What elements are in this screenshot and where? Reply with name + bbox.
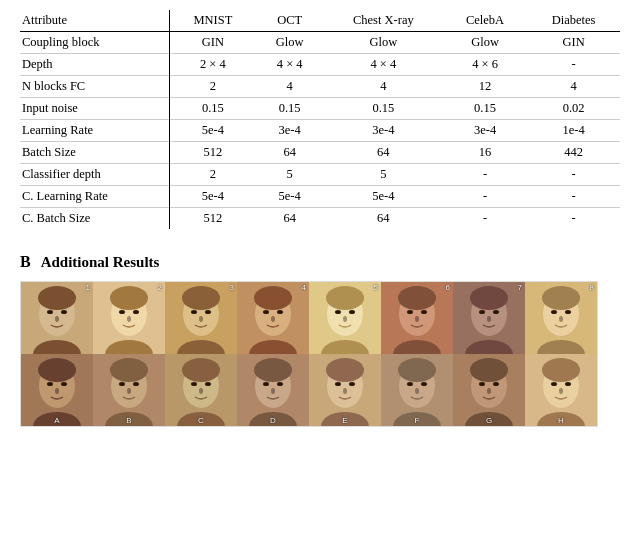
table-cell: 3e-4: [324, 120, 443, 142]
table-cell: -: [527, 208, 620, 230]
table-cell: 442: [527, 142, 620, 164]
svg-point-87: [335, 382, 341, 386]
image-row: ABCDEFGH: [21, 354, 597, 426]
table-cell: Input noise: [20, 98, 170, 120]
table-cell: Classifier depth: [20, 164, 170, 186]
image-grid: 12345678ABCDEFGH: [20, 281, 598, 427]
image-row: 12345678: [21, 282, 597, 354]
face-image-cell: G: [453, 354, 525, 426]
svg-point-25: [277, 310, 283, 314]
svg-point-10: [119, 310, 125, 314]
svg-point-17: [191, 310, 197, 314]
face-image-cell: B: [93, 354, 165, 426]
table-cell: 2 × 4: [170, 54, 256, 76]
col-header-oct: OCT: [256, 10, 324, 32]
svg-point-60: [61, 382, 67, 386]
table-cell: -: [443, 186, 527, 208]
svg-point-26: [271, 316, 275, 322]
table-cell: 2: [170, 164, 256, 186]
table-cell: Glow: [324, 32, 443, 54]
face-image-cell: 2: [93, 282, 165, 354]
svg-point-16: [182, 286, 220, 310]
table-cell: 512: [170, 208, 256, 230]
table-cell: Coupling block: [20, 32, 170, 54]
table-cell: 64: [324, 142, 443, 164]
col-header-celeba: CelebA: [443, 10, 527, 32]
svg-point-39: [421, 310, 427, 314]
column-label: 2: [158, 283, 162, 292]
table-cell: Batch Size: [20, 142, 170, 164]
table-cell: GIN: [527, 32, 620, 54]
svg-point-24: [263, 310, 269, 314]
svg-point-61: [55, 388, 59, 394]
face-image-cell: H: [525, 354, 597, 426]
svg-point-38: [407, 310, 413, 314]
face-image-cell: 7: [453, 282, 525, 354]
column-label: 6: [446, 283, 450, 292]
svg-point-80: [263, 382, 269, 386]
svg-point-19: [199, 316, 203, 322]
svg-point-94: [407, 382, 413, 386]
table-cell: 5e-4: [256, 186, 324, 208]
svg-point-103: [487, 388, 491, 394]
table-cell: C. Learning Rate: [20, 186, 170, 208]
table-cell: GIN: [170, 32, 256, 54]
table-row: Learning Rate5e-43e-43e-43e-41e-4: [20, 120, 620, 142]
col-header-mnist: MNIST: [170, 10, 256, 32]
row-label: A: [54, 416, 59, 425]
table-cell: C. Batch Size: [20, 208, 170, 230]
table-cell: 1e-4: [527, 120, 620, 142]
svg-point-95: [421, 382, 427, 386]
section-letter: B: [20, 253, 31, 271]
column-label: 3: [230, 283, 234, 292]
row-label: G: [486, 416, 492, 425]
table-cell: N blocks FC: [20, 76, 170, 98]
row-label: D: [270, 416, 276, 425]
svg-point-51: [542, 286, 580, 310]
svg-point-82: [271, 388, 275, 394]
section-b: B Additional Results 12345678ABCDEFGH: [20, 253, 620, 427]
col-header-chest: Chest X-ray: [324, 10, 443, 32]
table-cell: 64: [256, 208, 324, 230]
table-row: C. Batch Size5126464--: [20, 208, 620, 230]
svg-point-68: [127, 388, 131, 394]
table-cell: 5e-4: [170, 120, 256, 142]
table-cell: 5: [324, 164, 443, 186]
table-cell: -: [443, 208, 527, 230]
col-header-attribute: Attribute: [20, 10, 170, 32]
svg-point-46: [493, 310, 499, 314]
row-label: E: [342, 416, 347, 425]
svg-point-54: [559, 316, 563, 322]
face-image-cell: 4: [237, 282, 309, 354]
svg-point-101: [479, 382, 485, 386]
table-cell: 5e-4: [170, 186, 256, 208]
face-image-cell: 3: [165, 282, 237, 354]
svg-point-65: [110, 358, 148, 382]
column-label: 1: [86, 283, 90, 292]
face-image-cell: 5: [309, 282, 381, 354]
svg-point-37: [398, 286, 436, 310]
table-cell: 4: [256, 76, 324, 98]
table-cell: Learning Rate: [20, 120, 170, 142]
svg-point-89: [343, 388, 347, 394]
svg-point-74: [205, 382, 211, 386]
svg-point-53: [565, 310, 571, 314]
table-cell: 4: [527, 76, 620, 98]
table-row: N blocks FC244124: [20, 76, 620, 98]
table-cell: 3e-4: [256, 120, 324, 142]
svg-point-110: [559, 388, 563, 394]
table-row: C. Learning Rate5e-45e-45e-4--: [20, 186, 620, 208]
table-cell: 4 × 4: [256, 54, 324, 76]
section-title: B Additional Results: [20, 253, 620, 271]
row-label: C: [198, 416, 204, 425]
svg-point-2: [38, 286, 76, 310]
svg-point-79: [254, 358, 292, 382]
table-row: Input noise0.150.150.150.150.02: [20, 98, 620, 120]
table-cell: 64: [256, 142, 324, 164]
svg-point-73: [191, 382, 197, 386]
table-cell: 12: [443, 76, 527, 98]
column-label: 7: [518, 283, 522, 292]
row-label: H: [558, 416, 564, 425]
svg-point-18: [205, 310, 211, 314]
svg-point-9: [110, 286, 148, 310]
